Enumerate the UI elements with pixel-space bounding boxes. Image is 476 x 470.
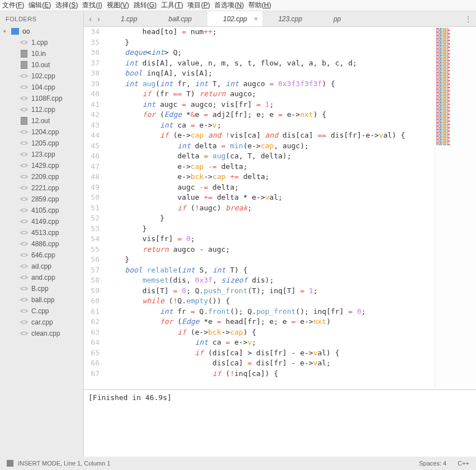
sidebar-item[interactable]: <>1.cpp xyxy=(0,37,83,48)
code-line[interactable]: } xyxy=(107,255,476,265)
menu-item[interactable]: 帮助(H) xyxy=(248,1,271,10)
sidebar-item[interactable]: <>ball.cpp xyxy=(0,294,83,306)
menu-item[interactable]: 跳转(G) xyxy=(134,1,157,10)
sidebar-item[interactable]: 12.out xyxy=(0,115,83,126)
sidebar-item[interactable]: <>104.cpp xyxy=(0,82,83,93)
sidebar-item[interactable]: <>2209.cpp xyxy=(0,171,83,182)
code-line[interactable]: int ca = e->v; xyxy=(107,337,476,348)
code-line[interactable]: if (fr == T) return augco; xyxy=(107,89,476,100)
sidebar-item-label: 1204.cpp xyxy=(31,128,59,136)
code-line[interactable]: int augc = augco; vis[fr] = 1; xyxy=(107,100,476,110)
code-line[interactable]: return augco - augc; xyxy=(107,245,476,255)
code-line[interactable]: if (!inq[ca]) { xyxy=(107,369,476,379)
tab[interactable]: 1.cpp xyxy=(105,11,153,26)
tab[interactable]: 123.cpp xyxy=(262,11,318,26)
sidebar-item[interactable]: <>ad.cpp xyxy=(0,261,83,272)
code-line[interactable]: bool relable(int S, int T) { xyxy=(107,265,476,276)
tab-menu-icon[interactable]: ⋮ xyxy=(460,11,476,26)
code-file-icon: <> xyxy=(20,184,28,192)
line-number: 55 xyxy=(84,245,100,255)
menu-item[interactable]: 首选项(N) xyxy=(214,1,244,10)
sidebar-item[interactable]: <>2221.cpp xyxy=(0,182,83,194)
code-area[interactable]: 3435363738394041424344454647484950515253… xyxy=(84,27,476,389)
menu-item[interactable]: 工具(T) xyxy=(161,1,183,10)
code-line[interactable]: vis[fr] = 0; xyxy=(107,234,476,245)
code-line[interactable]: deque<int> Q; xyxy=(107,48,476,58)
code-line[interactable]: augc -= delta; xyxy=(107,182,476,193)
tab-next-icon[interactable]: › xyxy=(97,15,100,24)
tab-close-icon[interactable]: × xyxy=(254,15,258,23)
code-line[interactable]: value += delta * e->val; xyxy=(107,192,476,203)
sidebar-item[interactable]: <>2859.cpp xyxy=(0,194,83,205)
code-line[interactable]: e->cap -= delta; xyxy=(107,162,476,172)
status-syntax[interactable]: C++ xyxy=(458,460,469,467)
sidebar-item[interactable]: <>and.cpp xyxy=(0,272,83,283)
sidebar-item[interactable]: <>102.cpp xyxy=(0,70,83,82)
sidebar-item[interactable]: <>clean.cpp xyxy=(0,328,83,339)
code-line[interactable]: int dis[A], value, n, m, s, t, flow, val… xyxy=(107,58,476,69)
sidebar-item[interactable]: <>646.cpp xyxy=(0,250,83,261)
code-line[interactable]: head[to] = num++; xyxy=(107,27,476,37)
tab-nav[interactable]: ‹ › xyxy=(84,11,105,26)
code-line[interactable]: e->bck->cap += delta; xyxy=(107,172,476,182)
sidebar-item[interactable]: <>C.cpp xyxy=(0,306,83,317)
sidebar-item[interactable]: <>1204.cpp xyxy=(0,126,83,138)
line-number: 53 xyxy=(84,224,100,234)
line-number: 42 xyxy=(84,110,100,120)
menu-item[interactable]: 编辑(E) xyxy=(29,1,51,10)
menu-item[interactable]: 项目(P) xyxy=(187,1,210,10)
sidebar-item-label: ball.cpp xyxy=(31,296,54,304)
sidebar-item[interactable]: <>4513.cpp xyxy=(0,227,83,238)
tab[interactable]: ball.cpp xyxy=(153,11,207,26)
code-line[interactable]: if (e->cap and !vis[ca] and dis[ca] == d… xyxy=(107,130,476,141)
code-line[interactable]: delta = aug(ca, T, delta); xyxy=(107,151,476,162)
menu-item[interactable]: 文件(F) xyxy=(2,1,24,10)
line-number: 34 xyxy=(84,27,100,37)
sidebar-item[interactable]: <>car.cpp xyxy=(0,317,83,328)
code-line[interactable]: if (e->bck->cap) { xyxy=(107,327,476,338)
code-line[interactable]: for (Edge *e = head[fr]; e; e = e->nxt) xyxy=(107,317,476,327)
minimap[interactable]: ████ ███ ██████ ██ ██ ██████ █████ ████ … xyxy=(435,27,476,389)
status-menu-icon[interactable] xyxy=(7,460,13,467)
sidebar-item[interactable]: <>112.cpp xyxy=(0,104,83,115)
code-line[interactable]: } xyxy=(107,37,476,48)
code-line[interactable]: int aug(int fr, int T, int augco = 0x3f3… xyxy=(107,79,476,90)
code-lines[interactable]: head[to] = num++; } deque<int> Q; int di… xyxy=(107,27,476,389)
code-line[interactable]: dis[ca] = dis[fr] - e->val; xyxy=(107,358,476,369)
sidebar-folder[interactable]: ▾oo xyxy=(0,26,83,37)
sidebar-item[interactable]: <>4149.cpp xyxy=(0,216,83,227)
tab[interactable]: pp xyxy=(318,11,356,26)
menu-item[interactable]: 选择(S) xyxy=(55,1,78,10)
sidebar-item[interactable]: <>1108F.cpp xyxy=(0,93,83,104)
code-line[interactable]: int ca = e->v; xyxy=(107,120,476,131)
tab[interactable]: 102.cpp× xyxy=(208,11,263,26)
code-line[interactable]: memset(dis, 0x3f, sizeof dis); xyxy=(107,275,476,286)
sidebar-item[interactable]: 10.out xyxy=(0,59,83,70)
editor-pane: ‹ › 1.cppball.cpp102.cpp×123.cpppp ⋮ 343… xyxy=(84,11,476,457)
sidebar-item[interactable]: <>1205.cpp xyxy=(0,138,83,149)
sidebar-item[interactable]: <>123.cpp xyxy=(0,149,83,160)
sidebar-item[interactable]: <>4886.cpp xyxy=(0,238,83,250)
line-number: 62 xyxy=(84,317,100,327)
sidebar-item[interactable]: 10.in xyxy=(0,48,83,59)
code-file-icon: <> xyxy=(20,251,28,259)
code-line[interactable]: bool inq[A], vis[A]; xyxy=(107,68,476,79)
sidebar-item[interactable]: <>4105.cpp xyxy=(0,205,83,216)
code-line[interactable]: } xyxy=(107,213,476,224)
code-line[interactable]: if (!augc) break; xyxy=(107,203,476,214)
sidebar-item[interactable]: <>1429.cpp xyxy=(0,160,83,171)
code-line[interactable]: dis[T] = 0; Q.push_front(T); inq[T] = 1; xyxy=(107,286,476,297)
code-line[interactable]: int fr = Q.front(); Q.pop_front(); inq[f… xyxy=(107,307,476,317)
menu-item[interactable]: 视图(V) xyxy=(107,1,129,10)
tab-prev-icon[interactable]: ‹ xyxy=(89,15,92,24)
sidebar-item-label: 4149.cpp xyxy=(31,218,59,225)
code-line[interactable]: } xyxy=(107,224,476,234)
status-spaces[interactable]: Spaces: 4 xyxy=(419,460,446,467)
menu-item[interactable]: 查找(I) xyxy=(82,1,102,10)
code-line[interactable]: int delta = min(e->cap, augc); xyxy=(107,141,476,152)
code-line[interactable]: if (dis[ca] > dis[fr] - e->val) { xyxy=(107,348,476,359)
sidebar-item[interactable]: <>B.cpp xyxy=(0,283,83,294)
line-number: 47 xyxy=(84,162,100,172)
code-line[interactable]: for (Edge *&e = adj2[fr]; e; e = e->nxt)… xyxy=(107,110,476,120)
code-line[interactable]: while (!Q.empty()) { xyxy=(107,296,476,307)
